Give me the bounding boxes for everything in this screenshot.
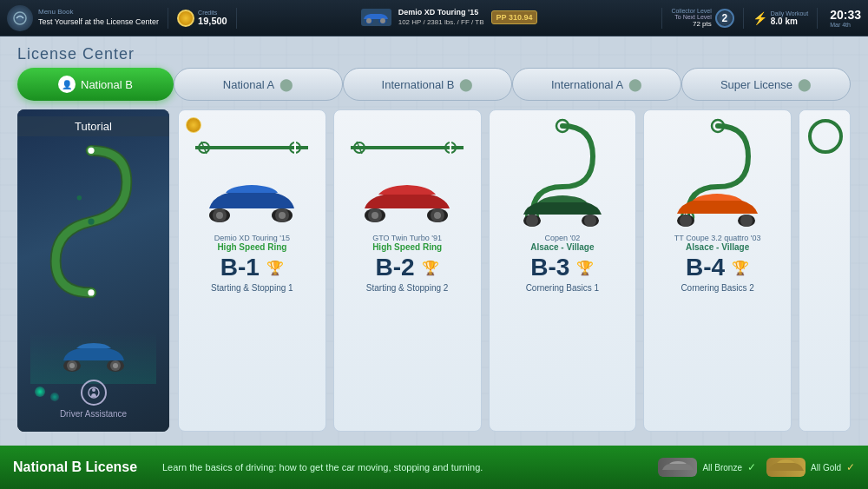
car-b1-image	[204, 181, 299, 226]
credits-value: 19,500	[198, 16, 227, 26]
lesson-cards: Demio XD Touring '15 High Speed Ring B-1…	[178, 109, 851, 432]
tab-international-a-label: International A	[551, 78, 623, 91]
lesson-desc-b4: Cornering Basics 2	[681, 283, 753, 293]
lesson-num-row-b3: B-3 🏆	[530, 255, 594, 280]
separator	[168, 8, 168, 29]
all-bronze-label: All Bronze	[702, 463, 742, 472]
svg-point-45	[584, 215, 596, 227]
lesson-card-b1[interactable]: Demio XD Touring '15 High Speed Ring B-1…	[178, 109, 326, 432]
driver-assistance-button[interactable]: Driver Assistance	[17, 380, 169, 419]
svg-point-52	[740, 215, 753, 227]
trophy-icon-b3: 🏆	[576, 260, 594, 276]
svg-point-14	[113, 363, 118, 368]
lesson-num-row-b2: B-2 🏆	[376, 255, 439, 280]
clock-section: 20:33 Mar 4th	[830, 8, 861, 28]
tab-super-license-label: Super License	[720, 78, 792, 91]
gold-check-icon: ✓	[846, 461, 855, 473]
lesson-number-b2: B-2	[376, 255, 415, 280]
svg-point-38	[434, 212, 441, 219]
tab-international-b-label: International B	[382, 78, 455, 91]
clock-time: 20:33	[830, 8, 861, 22]
lesson-card-b4[interactable]: TT Coupe 3.2 quattro '03 Alsace - Villag…	[643, 109, 792, 432]
collector-sublabel: To Next Level	[671, 14, 711, 20]
svg-point-13	[69, 363, 75, 368]
license-tabs: 👤 National B National A ⬤ International …	[0, 68, 868, 101]
workout-icon: ⚡	[753, 11, 767, 25]
bottom-bar: National B License Learn the basics of d…	[0, 446, 868, 489]
tab-national-a[interactable]: National A ⬤	[174, 68, 343, 101]
svg-point-44	[526, 215, 538, 227]
credits-section: Credits 19,500	[177, 10, 227, 27]
tab-super-license-icon: ⬤	[798, 77, 812, 91]
credits-info: Credits 19,500	[198, 10, 227, 26]
lesson-number-b4: B-4	[686, 255, 725, 280]
content-area: Tutorial	[0, 109, 868, 432]
separator4	[743, 8, 744, 29]
svg-point-53	[810, 121, 841, 152]
tab-national-b-label: National B	[81, 78, 133, 91]
track-preview-b2	[341, 117, 474, 230]
car-label-b3: Copen '02	[544, 234, 580, 242]
svg-point-7	[88, 218, 94, 224]
car-b2-image	[359, 181, 455, 226]
separator5	[817, 8, 818, 29]
tab-super-license[interactable]: Super License ⬤	[681, 68, 851, 101]
tutorial-car	[59, 341, 128, 375]
car-info-section: Demio XD Touring '15 102 HP / 2381 lbs. …	[246, 8, 654, 27]
lesson-number-b3: B-3	[530, 255, 569, 280]
workout-value: 8.0 km	[771, 17, 808, 26]
lesson-number-b1: B-1	[220, 255, 260, 280]
menu-title: Menu Book	[38, 8, 159, 17]
car-label-b4: TT Coupe 3.2 quattro '03	[674, 234, 761, 242]
svg-point-5	[87, 288, 95, 296]
tab-international-a-icon: ⬤	[628, 77, 642, 91]
trophy-icon-b2: 🏆	[422, 260, 439, 276]
bronze-car-thumb	[658, 458, 697, 477]
gold-car-thumb	[766, 458, 806, 477]
track-illustration	[26, 127, 156, 301]
lesson-desc-b1: Starting & Stopping 1	[211, 283, 293, 293]
svg-point-27	[279, 212, 286, 219]
track-preview-b4	[651, 117, 784, 230]
collector-level-badge: 2	[715, 9, 734, 28]
tab-person-icon: 👤	[58, 76, 76, 93]
track-label-b4: Alsace - Village	[686, 242, 749, 252]
track-label-b3: Alsace - Village	[530, 242, 594, 252]
lesson-card-b3[interactable]: Copen '02 Alsace - Village B-3 🏆 Corneri…	[489, 109, 637, 432]
bottom-description: Learn the basics of driving: how to get …	[162, 462, 648, 472]
collector-label: Collector Level	[671, 8, 711, 14]
collector-info: Collector Level To Next Level 72 pts	[671, 8, 711, 28]
bronze-check-icon: ✓	[747, 461, 756, 473]
car-b4-image	[672, 190, 763, 230]
car-details: Demio XD Touring '15 102 HP / 2381 lbs. …	[398, 8, 484, 27]
menu-subtitle: Test Yourself at the License Center	[38, 17, 159, 28]
car-name: Demio XD Touring '15	[398, 8, 484, 18]
tab-international-a[interactable]: International A ⬤	[512, 68, 681, 101]
track-label-b2: High Speed Ring	[372, 242, 442, 252]
main-content: License Center 👤 National B National A ⬤…	[0, 36, 868, 446]
workout-info: Daily Workout 8.0 km	[771, 10, 808, 26]
straight-track-b1	[191, 126, 312, 169]
svg-point-16	[92, 388, 95, 392]
tab-international-b[interactable]: International B ⬤	[343, 68, 512, 101]
track-label-b1: High Speed Ring	[217, 242, 286, 252]
svg-point-4	[380, 18, 385, 23]
tutorial-background: Tutorial	[17, 109, 169, 432]
all-bronze-section: All Bronze ✓	[658, 458, 756, 477]
bottom-license-name: National B License	[13, 459, 152, 475]
car-icon	[361, 9, 391, 26]
svg-point-3	[366, 18, 372, 23]
tab-national-b[interactable]: 👤 National B	[17, 68, 174, 101]
tutorial-panel[interactable]: Tutorial	[17, 109, 169, 432]
credits-coin-icon	[177, 10, 194, 27]
svg-point-37	[372, 212, 378, 219]
workout-label: Daily Workout	[771, 10, 808, 17]
lesson-card-b2[interactable]: GTO Twin Turbo '91 High Speed Ring B-2 🏆…	[333, 109, 482, 432]
car-label-b2: GTO Twin Turbo '91	[372, 234, 442, 242]
clock-date: Mar 4th	[830, 22, 861, 28]
car-specs: 102 HP / 2381 lbs. / FF / TB	[398, 18, 484, 27]
collector-section: Collector Level To Next Level 72 pts 2	[671, 8, 733, 28]
all-gold-section: All Gold ✓	[766, 458, 855, 477]
tab-national-a-icon: ⬤	[279, 77, 293, 91]
partial-card[interactable]	[799, 109, 851, 432]
